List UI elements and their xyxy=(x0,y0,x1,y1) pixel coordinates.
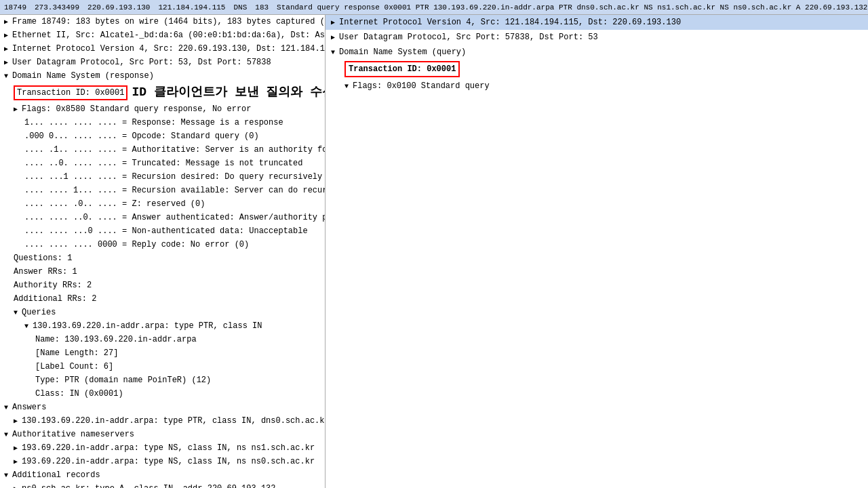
flag-response: 1... .... .... .... = Response: Message … xyxy=(0,116,325,129)
transaction-annotation: ID 클라이언트가 보낸 질의와 수신된 응답 간 일치. xyxy=(132,83,325,102)
flag-truncated: .... ..0. .... .... = Truncated: Message… xyxy=(0,157,325,170)
additional-section[interactable]: Additional records xyxy=(0,468,325,482)
auth-section[interactable]: Authoritative nameservers xyxy=(0,428,325,441)
udp-row[interactable]: User Datagram Protocol, Src Port: 53, Ds… xyxy=(0,56,325,69)
frame-row[interactable]: Frame 18749: 183 bytes on wire (1464 bit… xyxy=(0,15,325,28)
ethernet-text: Ethernet II, Src: Alcatel-_bd:da:6a (00:… xyxy=(12,30,325,40)
dns-section-text: Domain Name System (response) xyxy=(12,71,154,81)
flag-recursion-available: .... .... 1... .... = Recursion availabl… xyxy=(0,184,325,197)
transaction-id-boxed: Transaction ID: 0x0001 xyxy=(14,85,127,100)
packet-summary-bar: 18749 273.343499 220.69.193.130 121.184.… xyxy=(0,0,868,15)
ip-row[interactable]: Internet Protocol Version 4, Src: 220.69… xyxy=(0,42,325,56)
right-ip-row[interactable]: ▶ Internet Protocol Version 4, Src: 121.… xyxy=(326,15,868,30)
flag-z: .... .... .0.. .... = Z: reserved (0) xyxy=(0,197,325,211)
flag-opcode: .000 0... .... .... = Opcode: Standard q… xyxy=(0,129,325,143)
query-name-length: [Name Length: 27] xyxy=(0,346,325,360)
length: 183 xyxy=(255,3,269,12)
auth-ns1-row[interactable]: 193.69.220.in-addr.arpa: type NS, class … xyxy=(0,441,325,455)
flag-reply-code: .... .... .... 0000 = Reply code: No err… xyxy=(0,238,325,251)
addl-ns0-row[interactable]: ns0.sch.ac.kr: type A, class IN, addr 22… xyxy=(0,482,325,488)
authority-rrs: Authority RRs: 2 xyxy=(0,279,325,292)
transaction-id-row: Transaction ID: 0x0001 ID 클라이언트가 보낸 질의와 … xyxy=(0,83,325,102)
packet-info: Standard query response 0x0001 PTR 130.1… xyxy=(277,3,868,12)
answer-ptr-row[interactable]: 130.193.69.220.in-addr.arpa: type PTR, c… xyxy=(0,414,325,428)
query-class: Class: IN (0x0001) xyxy=(0,387,325,401)
packet-time: 273.343499 xyxy=(35,3,79,12)
left-panel-details: Frame 18749: 183 bytes on wire (1464 bit… xyxy=(0,15,326,488)
answer-rrs: Answer RRs: 1 xyxy=(0,265,325,279)
main-layout: Frame 18749: 183 bytes on wire (1464 bit… xyxy=(0,15,868,488)
query-ptr-row[interactable]: 130.193.69.220.in-addr.arpa: type PTR, c… xyxy=(0,319,325,333)
flags-text: Flags: 0x8580 Standard query response, N… xyxy=(22,104,251,114)
dst-ip: 121.184.194.115 xyxy=(158,3,225,12)
udp-text: User Datagram Protocol, Src Port: 53, Ds… xyxy=(12,58,271,67)
query-type: Type: PTR (domain name PoinTeR) (12) xyxy=(0,373,325,387)
query-label-count: [Label Count: 6] xyxy=(0,360,325,373)
ethernet-row[interactable]: Ethernet II, Src: Alcatel-_bd:da:6a (00:… xyxy=(0,28,325,42)
queries-section[interactable]: Queries xyxy=(0,306,325,319)
right-panel-query: ▶ Internet Protocol Version 4, Src: 121.… xyxy=(326,15,868,488)
right-flags-row[interactable]: ▼ Flags: 0x0100 Standard query xyxy=(326,79,868,94)
auth-ns0-row[interactable]: 193.69.220.in-addr.arpa: type NS, class … xyxy=(0,455,325,468)
right-transaction-id: Transaction ID: 0x0001 xyxy=(344,61,460,77)
flag-authoritative: .... .1.. .... .... = Authoritative: Ser… xyxy=(0,143,325,157)
protocol: DNS xyxy=(233,3,247,12)
right-txn-row: Transaction ID: 0x0001 xyxy=(326,60,868,79)
frame-text: Frame 18749: 183 bytes on wire (1464 bit… xyxy=(12,17,325,26)
right-udp-text: User Datagram Protocol, Src Port: 57838,… xyxy=(339,33,598,42)
flag-non-auth: .... .... ...0 .... = Non-authenticated … xyxy=(0,224,325,238)
ip-text: Internet Protocol Version 4, Src: 220.69… xyxy=(12,44,325,54)
flag-recursion-desired: .... ...1 .... .... = Recursion desired:… xyxy=(0,170,325,184)
right-dns-text: Domain Name System (query) xyxy=(339,47,466,57)
src-ip: 220.69.193.130 xyxy=(87,3,150,12)
answers-section[interactable]: Answers xyxy=(0,401,325,414)
right-flags-text: Flags: 0x0100 Standard query xyxy=(353,81,490,91)
query-name: Name: 130.193.69.220.in-addr.arpa xyxy=(0,333,325,346)
questions-count: Questions: 1 xyxy=(0,251,325,265)
frame-number: 18749 xyxy=(4,3,26,12)
additional-rrs: Additional RRs: 2 xyxy=(0,292,325,306)
flags-row[interactable]: Flags: 0x8580 Standard query response, N… xyxy=(0,102,325,116)
dns-section-row[interactable]: Domain Name System (response) xyxy=(0,69,325,83)
right-udp-row[interactable]: ▶ User Datagram Protocol, Src Port: 5783… xyxy=(326,30,868,45)
flag-answer-auth: .... .... ..0. .... = Answer authenticat… xyxy=(0,211,325,224)
right-ip-text: Internet Protocol Version 4, Src: 121.18… xyxy=(339,18,681,27)
right-dns-row[interactable]: ▼ Domain Name System (query) xyxy=(326,45,868,60)
